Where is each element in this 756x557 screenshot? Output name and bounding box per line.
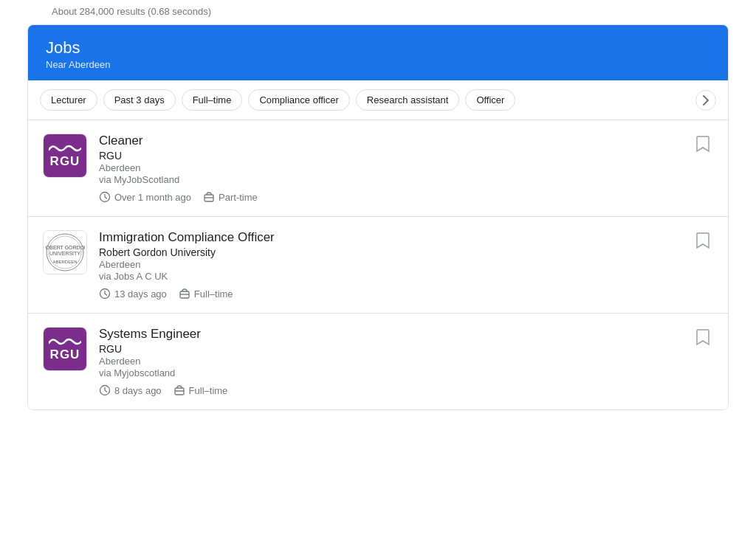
job-type: Full–time: [173, 384, 228, 396]
job-source: via Jobs A C UK: [99, 271, 713, 282]
job-location: Aberdeen: [99, 356, 713, 367]
job-details-3: Systems Engineer RGU Aberdeen via Myjobs…: [99, 327, 713, 396]
clock-icon: [99, 191, 111, 203]
filter-bar: Lecturer Past 3 days Full–time Complianc…: [28, 80, 728, 120]
clock-icon: [99, 288, 111, 300]
job-source: via MyJobScotland: [99, 174, 713, 185]
job-title: Cleaner: [99, 134, 713, 148]
jobs-subtitle: Near Aberdeen: [46, 59, 710, 70]
rgu-wave-icon: [49, 142, 81, 153]
filter-chip-research[interactable]: Research assistant: [356, 89, 460, 111]
briefcase-icon: [203, 191, 215, 203]
job-time-text: Over 1 month ago: [114, 192, 191, 203]
job-details-2: Immigration Compliance Officer Robert Go…: [99, 230, 713, 300]
job-company: RGU: [99, 150, 713, 162]
filter-chip-compliance[interactable]: Compliance officer: [248, 89, 349, 111]
briefcase-icon: [173, 384, 185, 396]
job-location: Aberdeen: [99, 259, 713, 270]
filter-chip-lecturer[interactable]: Lecturer: [40, 89, 97, 111]
bookmark-button-3[interactable]: [693, 327, 713, 347]
bookmark-icon: [695, 232, 710, 249]
bookmark-button-1[interactable]: [693, 134, 713, 154]
svg-text:UNIVERSITY: UNIVERSITY: [49, 251, 80, 256]
rgu-logo-text: RGU: [50, 154, 80, 169]
bookmark-icon: [695, 328, 710, 346]
job-details-1: Cleaner RGU Aberdeen via MyJobScotland O…: [99, 134, 713, 203]
svg-text:ROBERT GORDON: ROBERT GORDON: [45, 245, 85, 250]
job-time: 8 days ago: [99, 384, 162, 396]
job-logo-rgu-3: RGU: [43, 327, 87, 371]
job-meta: Over 1 month ago Part-time: [99, 191, 713, 203]
job-type-text: Full–time: [189, 385, 228, 396]
job-logo-rgu-1: RGU: [43, 134, 87, 178]
filter-chip-fulltime[interactable]: Full–time: [182, 89, 243, 111]
job-meta: 13 days ago Full–time: [99, 288, 713, 300]
chevron-right-icon: [702, 94, 709, 106]
job-type: Part-time: [203, 191, 258, 203]
clock-icon: [99, 384, 111, 396]
table-row[interactable]: RGU Systems Engineer RGU Aberdeen via My…: [28, 314, 728, 409]
job-list: RGU Cleaner RGU Aberdeen via MyJobScotla…: [28, 120, 728, 409]
table-row[interactable]: ROBERT GORDON UNIVERSITY ABERDEEN Immigr…: [28, 217, 728, 314]
job-type: Full–time: [179, 288, 233, 300]
job-title: Systems Engineer: [99, 327, 713, 342]
job-source: via Myjobscotland: [99, 367, 713, 378]
bookmark-button-2[interactable]: [693, 230, 713, 251]
filter-chip-past3days[interactable]: Past 3 days: [103, 89, 176, 111]
job-company: Robert Gordon University: [99, 246, 713, 258]
results-text: About 284,000 results (0.68 seconds): [0, 0, 756, 24]
filter-chip-officer[interactable]: Officer: [465, 89, 515, 111]
rgu-circle-icon: ROBERT GORDON UNIVERSITY ABERDEEN: [45, 232, 85, 272]
job-location: Aberdeen: [99, 162, 713, 173]
jobs-card: Jobs Near Aberdeen Lecturer Past 3 days …: [27, 24, 729, 410]
job-time-text: 8 days ago: [114, 385, 162, 396]
bookmark-icon: [695, 135, 710, 153]
svg-text:ABERDEEN: ABERDEEN: [52, 260, 77, 264]
job-company: RGU: [99, 343, 713, 355]
jobs-header: Jobs Near Aberdeen: [28, 25, 728, 80]
job-title: Immigration Compliance Officer: [99, 230, 713, 245]
rgu-wave-icon-3: [49, 336, 81, 346]
job-time: Over 1 month ago: [99, 191, 191, 203]
job-type-text: Part-time: [219, 192, 258, 203]
briefcase-icon: [179, 288, 190, 300]
jobs-title: Jobs: [46, 38, 710, 58]
job-logo-rgu-circle: ROBERT GORDON UNIVERSITY ABERDEEN: [43, 230, 87, 274]
rgu-logo-text-3: RGU: [50, 347, 80, 362]
job-type-text: Full–time: [194, 288, 233, 300]
job-time-text: 13 days ago: [114, 288, 167, 300]
job-time: 13 days ago: [99, 288, 167, 300]
filter-next-arrow[interactable]: [695, 90, 716, 111]
table-row[interactable]: RGU Cleaner RGU Aberdeen via MyJobScotla…: [28, 120, 728, 217]
job-meta: 8 days ago Full–time: [99, 384, 713, 396]
